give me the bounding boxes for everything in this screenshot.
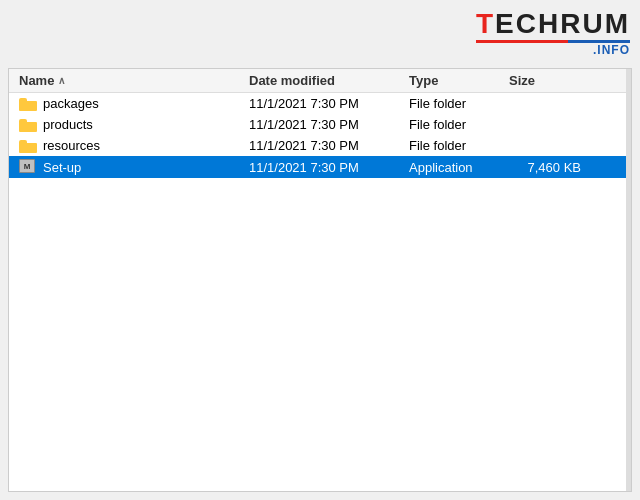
table-row[interactable]: resources 11/1/2021 7:30 PM File folder bbox=[9, 135, 631, 156]
resize-handle[interactable] bbox=[626, 69, 631, 491]
sort-arrow-icon: ∧ bbox=[58, 75, 65, 86]
file-date: 11/1/2021 7:30 PM bbox=[249, 117, 409, 132]
file-explorer: Name ∧ Date modified Type Size packages … bbox=[8, 68, 632, 492]
header-date-modified[interactable]: Date modified bbox=[249, 73, 409, 88]
folder-icon bbox=[19, 118, 37, 132]
folder-icon bbox=[19, 139, 37, 153]
file-date: 11/1/2021 7:30 PM bbox=[249, 160, 409, 175]
logo-info: .INFO bbox=[593, 44, 630, 56]
file-name: resources bbox=[9, 138, 249, 153]
logo-text: TECHRUM bbox=[476, 10, 630, 38]
column-headers: Name ∧ Date modified Type Size bbox=[9, 69, 631, 93]
file-list: packages 11/1/2021 7:30 PM File folder p… bbox=[9, 93, 631, 178]
header-size[interactable]: Size bbox=[509, 73, 589, 88]
header-name[interactable]: Name ∧ bbox=[9, 73, 249, 88]
table-row[interactable]: packages 11/1/2021 7:30 PM File folder bbox=[9, 93, 631, 114]
file-name: M Set-up bbox=[9, 159, 249, 175]
file-name: packages bbox=[9, 96, 249, 111]
logo: TECHRUM .INFO bbox=[476, 10, 630, 56]
folder-icon bbox=[19, 97, 37, 111]
file-type: File folder bbox=[409, 138, 509, 153]
file-type: File folder bbox=[409, 117, 509, 132]
file-size: 7,460 KB bbox=[509, 160, 589, 175]
file-type: Application bbox=[409, 160, 509, 175]
file-name: products bbox=[9, 117, 249, 132]
app-icon: M bbox=[19, 159, 37, 175]
file-date: 11/1/2021 7:30 PM bbox=[249, 138, 409, 153]
header-type[interactable]: Type bbox=[409, 73, 509, 88]
table-row[interactable]: M Set-up 11/1/2021 7:30 PM Application 7… bbox=[9, 156, 631, 178]
file-type: File folder bbox=[409, 96, 509, 111]
table-row[interactable]: products 11/1/2021 7:30 PM File folder bbox=[9, 114, 631, 135]
file-date: 11/1/2021 7:30 PM bbox=[249, 96, 409, 111]
